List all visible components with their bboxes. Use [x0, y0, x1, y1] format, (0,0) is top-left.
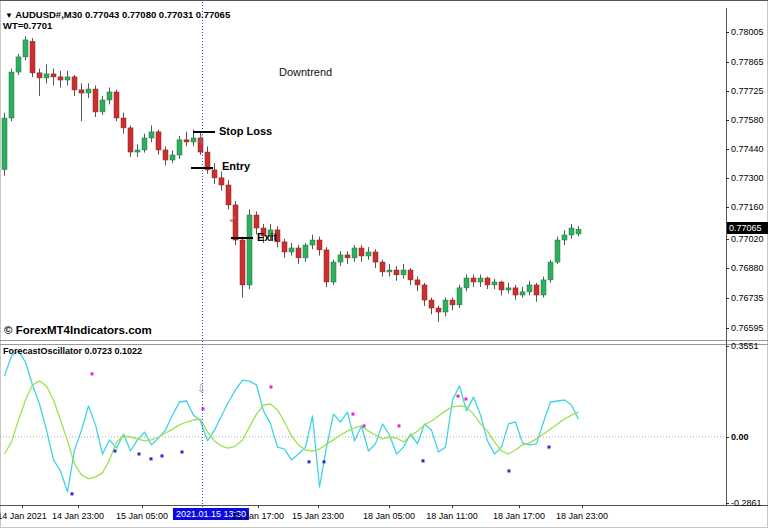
candle	[121, 118, 126, 128]
candle	[436, 308, 441, 312]
time-tick-mark	[519, 505, 520, 508]
candle	[310, 240, 315, 245]
candle	[135, 150, 140, 152]
price-tick-mark	[726, 268, 729, 269]
price-tick-mark	[726, 328, 729, 329]
price-tick-mark	[726, 207, 729, 208]
candle	[450, 300, 455, 305]
price-tick-label: 0.76595	[731, 323, 764, 333]
oscillator-tick-label: -0.2861	[731, 498, 762, 508]
collapse-triangle-icon[interactable]: ▼	[5, 11, 13, 20]
candle	[23, 40, 28, 57]
candle	[296, 248, 301, 258]
candle	[548, 262, 553, 280]
time-tick-mark	[582, 505, 583, 508]
candle	[93, 89, 98, 112]
candle	[492, 282, 497, 285]
candle	[219, 178, 224, 185]
blue-signal-dot	[422, 459, 425, 462]
oscillator-tick-label: 0.00	[731, 432, 749, 442]
magenta-signal-dot	[398, 424, 401, 427]
time-tick-label: 14 Jan 23:00	[52, 511, 104, 521]
price-tick-label: 0.77440	[731, 144, 764, 154]
time-tick-mark	[22, 505, 23, 508]
time-tick-mark	[318, 505, 319, 508]
time-tick-label: 18 Jan 11:00	[426, 511, 477, 521]
candle	[457, 288, 462, 305]
time-axis-border	[0, 505, 768, 506]
blue-signal-dot	[161, 454, 164, 457]
forecast-oscillator-signal-line	[5, 381, 579, 479]
candle	[422, 285, 427, 300]
candle	[2, 118, 7, 169]
candle	[359, 248, 364, 256]
oscillator-title: ForecastOscillator 0.0723 0.1022	[3, 346, 142, 356]
downtrend-label[interactable]: Downtrend	[279, 66, 332, 78]
time-tick-label: 18 Jan 23:00	[556, 511, 608, 521]
price-tick-label: 0.76735	[731, 293, 764, 303]
candle	[163, 150, 168, 160]
candle	[555, 240, 560, 262]
candle	[401, 270, 406, 275]
oscillator-tick-mark	[726, 503, 729, 504]
candle	[65, 77, 70, 80]
exit-label[interactable]: Exit	[257, 231, 277, 243]
candle	[380, 262, 385, 272]
candle	[471, 278, 476, 282]
entry-label[interactable]: Entry	[222, 160, 250, 172]
sell-signal-arrow-icon: ⇩	[197, 135, 205, 145]
time-tick-mark	[142, 505, 143, 508]
time-tick-label: 18 Jan 17:00	[493, 511, 545, 521]
candle	[226, 185, 231, 205]
time-tick-label: 15 Jan 05:00	[116, 511, 168, 521]
candle	[212, 170, 217, 178]
candle	[478, 278, 483, 282]
blue-signal-dot	[308, 460, 311, 463]
candle	[9, 72, 14, 118]
candle	[408, 270, 413, 280]
candle	[429, 300, 434, 308]
blue-signal-dot	[548, 446, 551, 449]
candle	[520, 292, 525, 295]
candle	[345, 255, 350, 258]
indicator-value-text: WT=0.7701	[3, 20, 52, 31]
candle	[443, 300, 448, 312]
stop-loss-line[interactable]	[193, 131, 215, 133]
price-tick-mark	[726, 178, 729, 179]
candle	[415, 280, 420, 285]
time-tick-mark	[258, 505, 259, 508]
candle	[562, 235, 567, 240]
time-tick-label: 14 Jan 2021	[0, 511, 47, 521]
candle	[485, 278, 490, 285]
stop-loss-label[interactable]: Stop Loss	[219, 125, 272, 137]
price-tick-mark	[726, 91, 729, 92]
candle	[534, 285, 539, 295]
oscillator-tick-mark	[726, 346, 729, 347]
candle	[513, 288, 518, 295]
exit-line[interactable]	[231, 237, 253, 239]
blue-signal-dot	[138, 452, 141, 455]
candle	[352, 248, 357, 258]
candle	[191, 138, 196, 142]
price-tick-mark	[726, 149, 729, 150]
price-tick-mark	[726, 120, 729, 121]
entry-line[interactable]	[191, 167, 213, 169]
candle	[254, 215, 259, 228]
chart-header: ▼ AUDUSD#,M30 0.77043 0.77080 0.77031 0.…	[5, 9, 230, 20]
oscillator-canvas[interactable]	[0, 344, 726, 505]
candle	[79, 90, 84, 93]
candle	[142, 138, 147, 150]
price-tick-label: 0.77160	[731, 202, 764, 212]
candle	[338, 255, 343, 262]
candle	[86, 89, 91, 93]
candle	[240, 240, 245, 285]
candle	[58, 77, 63, 80]
blue-signal-dot	[181, 451, 184, 454]
candle	[569, 228, 574, 235]
candle	[177, 140, 182, 155]
symbol-quote-text: AUDUSD#,M30 0.77043 0.77080 0.77031 0.77…	[15, 9, 230, 20]
price-chart-canvas[interactable]	[0, 8, 726, 341]
candle-wicks	[5, 36, 579, 322]
candle	[16, 57, 21, 72]
time-cursor-line	[202, 2, 203, 507]
